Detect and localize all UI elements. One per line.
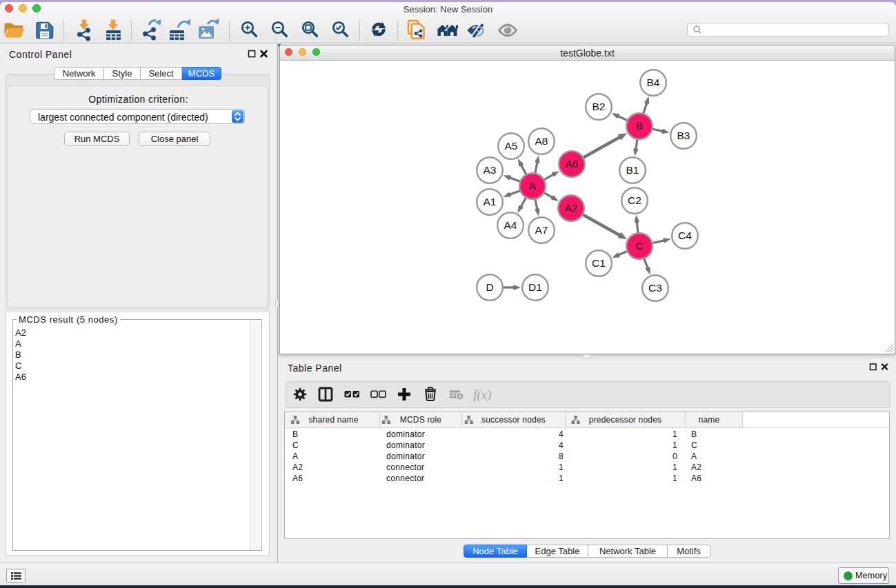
svg-text:D: D [486,281,493,293]
svg-text:A5: A5 [505,140,518,152]
svg-text:B3: B3 [677,130,690,141]
svg-text:C2: C2 [628,194,641,206]
svg-text:B4: B4 [647,77,660,88]
svg-text:C4: C4 [678,230,692,241]
svg-text:A8: A8 [535,135,548,147]
svg-text:f(x): f(x) [473,387,491,403]
svg-text:C: C [635,240,643,252]
svg-text:A2: A2 [565,202,578,214]
svg-text:A7: A7 [535,224,548,236]
svg-text:C3: C3 [648,282,662,294]
svg-text:C1: C1 [592,257,606,269]
svg-text:B2: B2 [593,101,606,112]
svg-text:A6: A6 [566,158,579,170]
svg-text:D1: D1 [528,281,542,293]
svg-text:A: A [529,180,537,192]
svg-text:A4: A4 [504,219,517,231]
svg-text:A3: A3 [484,164,497,176]
svg-text:B: B [636,120,643,132]
svg-text:A1: A1 [484,196,497,207]
svg-text:B1: B1 [626,164,639,176]
